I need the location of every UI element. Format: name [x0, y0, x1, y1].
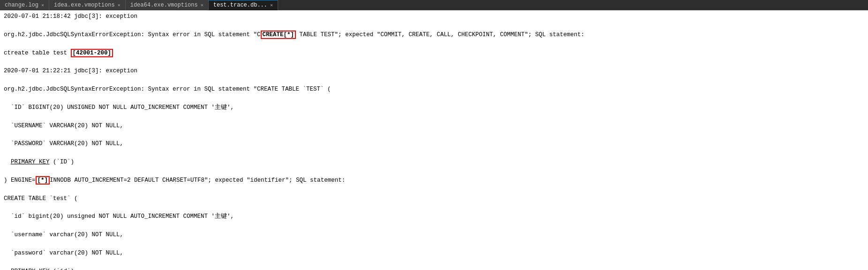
log-line-14: `password` varchar(20) NOT NULL, — [4, 249, 864, 258]
log-line-7: `USERNAME` VARCHAR(20) NOT NULL, — [4, 122, 864, 131]
close-icon[interactable]: ✕ — [270, 2, 273, 8]
log-line-12: `id` bigint(20) unsigned NOT NULL AUTO_I… — [4, 212, 864, 221]
close-icon[interactable]: ✕ — [118, 2, 121, 8]
log-line-4: 2020-07-01 21:22:21 jdbc[3]: exception — [4, 67, 864, 76]
log-line-1: 2020-07-01 21:18:42 jdbc[3]: exception — [4, 12, 864, 21]
log-line-6: `ID` BIGINT(20) UNSIGNED NOT NULL AUTO_I… — [4, 103, 864, 112]
tab-idea-exe-vmoptions[interactable]: idea.exe.vmoptions ✕ — [49, 0, 126, 10]
close-icon[interactable]: ✕ — [41, 2, 44, 8]
log-content: 2020-07-01 21:18:42 jdbc[3]: exception o… — [0, 10, 868, 270]
tab-idea64-exe-vmoptions[interactable]: idea64.exe.vmoptions ✕ — [126, 0, 209, 10]
log-line-13: `username` varchar(20) NOT NULL, — [4, 231, 864, 239]
close-icon[interactable]: ✕ — [201, 2, 204, 8]
tab-change-log[interactable]: change.log ✕ — [0, 0, 49, 10]
log-line-5: org.h2.jdbc.JdbcSQLSyntaxErrorException:… — [4, 85, 864, 94]
log-line-9: PRIMARY_KEY (`ID`) — [4, 158, 864, 167]
log-line-10: ) ENGINE=[*]INNODB AUTO_INCREMENT=2 DEFA… — [4, 176, 864, 185]
tab-test-trace-db[interactable]: test.trace.db... ✕ — [209, 0, 278, 10]
log-line-15: PRIMARY KEY (`id`) — [4, 267, 864, 270]
log-line-3: ctreate table test [42001-200] — [4, 49, 864, 58]
log-line-11: CREATE TABLE `test` ( — [4, 194, 864, 203]
log-line-2: org.h2.jdbc.JdbcSQLSyntaxErrorException:… — [4, 31, 864, 39]
log-line-8: `PASSWORD` VARCHAR(20) NOT NULL, — [4, 139, 864, 148]
tab-bar: change.log ✕ idea.exe.vmoptions ✕ idea64… — [0, 0, 868, 10]
